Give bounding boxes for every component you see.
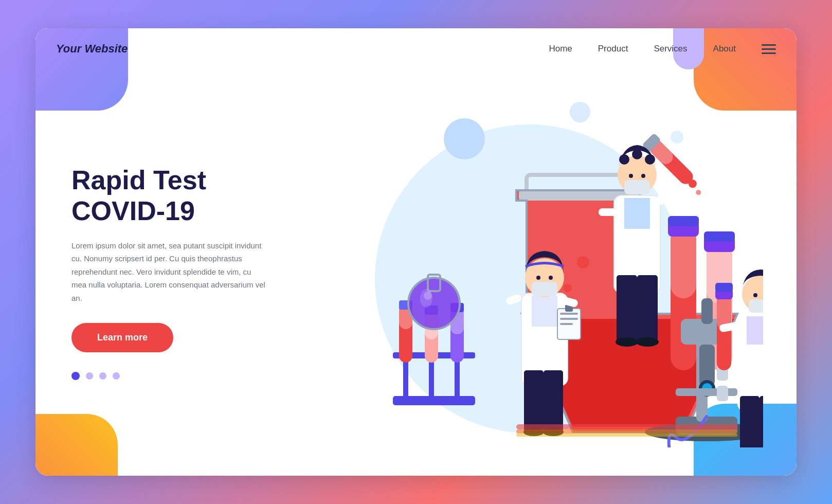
header: Your Website Home Product Services About bbox=[35, 28, 797, 69]
svg-point-101 bbox=[753, 293, 757, 297]
svg-point-77 bbox=[695, 189, 702, 196]
svg-rect-60 bbox=[505, 293, 522, 305]
svg-rect-100 bbox=[749, 299, 763, 313]
svg-rect-70 bbox=[637, 275, 658, 342]
svg-rect-30 bbox=[668, 216, 699, 226]
svg-point-82 bbox=[632, 149, 642, 159]
dot-1[interactable] bbox=[71, 372, 80, 380]
dot-4[interactable] bbox=[113, 372, 120, 380]
navigation: Home Product Services About bbox=[549, 44, 776, 54]
svg-rect-69 bbox=[617, 275, 637, 342]
hero-description: Lorem ipsum dolor sit amet, sea putant s… bbox=[71, 239, 267, 305]
svg-rect-84 bbox=[624, 180, 650, 194]
hero-illustration bbox=[326, 98, 763, 447]
svg-rect-34 bbox=[704, 231, 735, 242]
dot-2[interactable] bbox=[86, 372, 93, 380]
svg-rect-51 bbox=[544, 370, 563, 432]
svg-rect-89 bbox=[740, 396, 759, 447]
svg-rect-96 bbox=[715, 283, 733, 292]
nav-product[interactable]: Product bbox=[598, 44, 628, 54]
svg-rect-57 bbox=[560, 318, 578, 320]
svg-rect-79 bbox=[599, 208, 617, 216]
svg-point-65 bbox=[549, 276, 553, 280]
svg-rect-45 bbox=[717, 386, 728, 401]
svg-rect-90 bbox=[759, 396, 763, 447]
svg-rect-50 bbox=[524, 370, 544, 432]
svg-point-64 bbox=[536, 276, 540, 280]
svg-point-83 bbox=[645, 154, 655, 165]
left-panel: Rapid Test COVID-19 Lorem ipsum dolor si… bbox=[35, 165, 293, 380]
svg-point-26 bbox=[420, 289, 432, 308]
right-panel bbox=[293, 69, 797, 476]
svg-rect-88 bbox=[747, 316, 763, 345]
learn-more-button[interactable]: Learn more bbox=[71, 323, 173, 352]
svg-point-86 bbox=[641, 174, 645, 178]
svg-point-81 bbox=[619, 154, 629, 165]
svg-rect-28 bbox=[671, 226, 696, 298]
svg-rect-105 bbox=[516, 434, 737, 437]
svg-rect-63 bbox=[532, 282, 557, 296]
svg-rect-103 bbox=[516, 424, 737, 429]
svg-point-7 bbox=[564, 284, 572, 292]
svg-rect-104 bbox=[516, 429, 737, 434]
svg-point-72 bbox=[636, 337, 659, 347]
hamburger-line bbox=[762, 44, 776, 46]
small-round-flask bbox=[408, 275, 460, 329]
dot-3[interactable] bbox=[99, 372, 106, 380]
svg-point-71 bbox=[616, 337, 638, 347]
svg-rect-49 bbox=[532, 296, 557, 327]
nav-services[interactable]: Services bbox=[654, 44, 687, 54]
headline-line1: Rapid Test bbox=[71, 165, 206, 195]
nav-about[interactable]: About bbox=[713, 44, 736, 54]
svg-rect-40 bbox=[699, 345, 715, 386]
svg-rect-39 bbox=[701, 298, 713, 324]
svg-rect-78 bbox=[654, 177, 681, 207]
main-content: Rapid Test COVID-19 Lorem ipsum dolor si… bbox=[35, 69, 797, 476]
headline-line2: COVID-19 bbox=[71, 196, 195, 226]
svg-rect-58 bbox=[560, 323, 573, 325]
hero-headline: Rapid Test COVID-19 bbox=[71, 165, 293, 227]
svg-point-85 bbox=[629, 174, 633, 178]
svg-rect-38 bbox=[681, 319, 722, 345]
svg-point-6 bbox=[577, 256, 589, 268]
nav-home[interactable]: Home bbox=[549, 44, 572, 54]
svg-rect-56 bbox=[560, 313, 578, 315]
main-card: Your Website Home Product Services About… bbox=[35, 28, 797, 476]
site-logo: Your Website bbox=[56, 42, 128, 56]
hamburger-line bbox=[762, 48, 776, 50]
carousel-dots bbox=[71, 372, 293, 380]
hamburger-menu[interactable] bbox=[762, 44, 776, 54]
svg-rect-68 bbox=[624, 198, 650, 229]
hamburger-line bbox=[762, 52, 776, 54]
